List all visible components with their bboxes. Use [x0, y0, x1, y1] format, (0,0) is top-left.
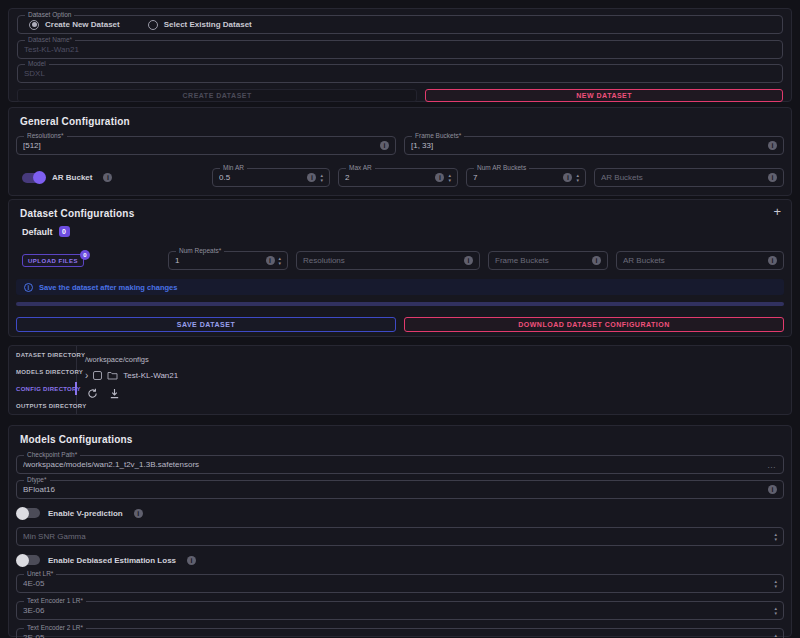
- dataset-name-value: Test-KL-Wan21: [24, 45, 776, 54]
- tab-outputs-directory[interactable]: OUTPUTS DIRECTORY: [9, 397, 76, 414]
- number-stepper[interactable]: ▴▾: [774, 532, 777, 541]
- info-icon[interactable]: i: [768, 256, 777, 265]
- v-prediction-toggle-label: Enable V-prediction: [48, 509, 123, 518]
- toggle-knob: [16, 554, 29, 567]
- info-icon[interactable]: i: [307, 173, 316, 182]
- number-stepper[interactable]: ▴▾: [576, 173, 579, 182]
- ar-buckets-field[interactable]: AR Buckets i: [594, 168, 784, 187]
- frame-buckets-value: [1, 33]: [411, 141, 763, 150]
- checkpoint-path-value: /workspace/models/wan2.1_t2v_1.3B.safete…: [23, 460, 762, 469]
- dataset-option-panel: Dataset Option Create New Dataset Select…: [8, 8, 792, 102]
- dataset-option-fieldset: Dataset Option Create New Dataset Select…: [17, 15, 783, 34]
- info-icon[interactable]: i: [592, 256, 601, 265]
- number-stepper[interactable]: ▴▾: [279, 256, 282, 265]
- info-icon[interactable]: i: [380, 141, 389, 150]
- num-ar-buckets-field[interactable]: Num AR Buckets 7 i ▴▾: [466, 168, 586, 187]
- download-dataset-configuration-button[interactable]: DOWNLOAD DATASET CONFIGURATION: [404, 317, 784, 332]
- upload-files-button[interactable]: UPLOAD FILES: [22, 254, 84, 267]
- number-stepper[interactable]: ▴▾: [448, 173, 451, 182]
- info-icon[interactable]: i: [187, 556, 196, 565]
- unet-lr-field[interactable]: Unet LR* 4E-05 ▴▾: [16, 574, 784, 593]
- info-icon[interactable]: i: [266, 256, 275, 265]
- frame-buckets-label: Frame Buckets*: [412, 132, 464, 140]
- radio-selected-icon[interactable]: [29, 20, 39, 30]
- number-stepper[interactable]: ▴▾: [774, 579, 777, 588]
- toggle-knob: [33, 171, 46, 184]
- tab-dataset-directory[interactable]: DATASET DIRECTORY: [9, 346, 76, 363]
- models-configurations-title: Models Configurations: [20, 434, 786, 445]
- dtype-value: BFloat16: [23, 485, 763, 494]
- num-ar-buckets-label: Num AR Buckets: [474, 164, 529, 172]
- tree-item[interactable]: › Test-KL-Wan21: [85, 371, 791, 380]
- save-dataset-button[interactable]: SAVE DATASET: [16, 317, 396, 332]
- number-stepper[interactable]: ▴▾: [774, 633, 777, 638]
- info-icon[interactable]: i: [134, 509, 143, 518]
- unet-lr-value: 4E-05: [23, 579, 770, 588]
- dtype-label: Dtype*: [24, 476, 50, 484]
- info-icon[interactable]: i: [563, 173, 572, 182]
- debiased-estimation-toggle[interactable]: [18, 555, 40, 565]
- refresh-icon[interactable]: [87, 388, 98, 399]
- browse-icon[interactable]: …: [767, 462, 777, 468]
- config-ar-buckets-field[interactable]: AR Buckets i: [616, 251, 784, 270]
- min-ar-field[interactable]: Min AR 0.5 i ▴▾: [212, 168, 330, 187]
- new-dataset-button[interactable]: NEW DATASET: [425, 89, 783, 102]
- tab-models-directory[interactable]: MODELS DIRECTORY: [9, 363, 76, 380]
- frame-buckets-field[interactable]: Frame Buckets* [1, 33] i: [404, 136, 784, 155]
- download-icon[interactable]: [109, 388, 120, 399]
- info-icon[interactable]: i: [103, 173, 112, 182]
- num-repeats-value: 1: [175, 256, 260, 265]
- dtype-field[interactable]: Dtype* BFloat16 i: [16, 480, 784, 499]
- info-icon[interactable]: i: [768, 141, 777, 150]
- ar-bucket-toggle[interactable]: [22, 173, 44, 183]
- text-encoder-2-lr-value: 2E-05: [23, 633, 770, 638]
- upload-files-badge: 0: [80, 250, 90, 260]
- model-select-field[interactable]: Model SDXL: [17, 64, 783, 83]
- unet-lr-label: Unet LR*: [24, 570, 56, 578]
- text-encoder-1-lr-field[interactable]: Text Encoder 1 LR* 3E-06 ▴▾: [16, 601, 784, 620]
- add-dataset-config-icon[interactable]: +: [773, 206, 781, 218]
- max-ar-label: Max AR: [346, 164, 375, 172]
- models-configurations-panel: Models Configurations Checkpoint Path* /…: [8, 425, 792, 637]
- radio-select-existing-dataset[interactable]: Select Existing Dataset: [148, 16, 252, 33]
- chevron-right-icon[interactable]: ›: [85, 372, 88, 380]
- tab-default[interactable]: Default: [22, 227, 53, 237]
- create-dataset-button[interactable]: CREATE DATASET: [17, 89, 417, 102]
- resolutions-value: [512]: [23, 141, 375, 150]
- general-configuration-title: General Configuration: [20, 116, 786, 127]
- dataset-configurations-title: Dataset Configurations: [20, 208, 786, 219]
- directory-content: /workspace/configs › Test-KL-Wan21: [77, 346, 791, 414]
- radio-unselected-icon[interactable]: [148, 20, 158, 30]
- progress-bar: [16, 302, 784, 306]
- tree-item-checkbox[interactable]: [93, 371, 102, 380]
- info-icon[interactable]: i: [435, 173, 444, 182]
- number-stepper[interactable]: ▴▾: [774, 606, 777, 615]
- min-snr-gamma-placeholder: Min SNR Gamma: [23, 532, 770, 541]
- debiased-estimation-toggle-label: Enable Debiased Estimation Loss: [48, 556, 176, 565]
- num-repeats-label: Num Repeats*: [176, 247, 224, 255]
- max-ar-field[interactable]: Max AR 2 i ▴▾: [338, 168, 458, 187]
- info-icon: i: [24, 283, 33, 292]
- dataset-name-label: Dataset Name*: [25, 36, 75, 44]
- num-repeats-field[interactable]: Num Repeats* 1 i ▴▾: [168, 251, 288, 270]
- tab-default-badge: 0: [59, 226, 70, 237]
- model-label: Model: [25, 60, 49, 68]
- config-frame-buckets-field[interactable]: Frame Buckets i: [488, 251, 608, 270]
- checkpoint-path-field[interactable]: Checkpoint Path* /workspace/models/wan2.…: [16, 455, 784, 474]
- min-ar-label: Min AR: [220, 164, 247, 172]
- text-encoder-1-lr-label: Text Encoder 1 LR*: [24, 597, 86, 605]
- dataset-name-field[interactable]: Dataset Name* Test-KL-Wan21: [17, 40, 783, 59]
- text-encoder-2-lr-field[interactable]: Text Encoder 2 LR* 2E-05 ▴▾: [16, 628, 784, 638]
- info-icon[interactable]: i: [768, 173, 777, 182]
- text-encoder-2-lr-label: Text Encoder 2 LR*: [24, 624, 86, 632]
- resolutions-field[interactable]: Resolutions* [512] i: [16, 136, 396, 155]
- toggle-knob: [16, 507, 29, 520]
- config-resolutions-field[interactable]: Resolutions i: [296, 251, 480, 270]
- number-stepper[interactable]: ▴▾: [320, 173, 323, 182]
- tab-config-directory[interactable]: CONFIG DIRECTORY: [9, 380, 76, 397]
- info-icon[interactable]: i: [768, 485, 777, 494]
- text-encoder-1-lr-value: 3E-06: [23, 606, 770, 615]
- min-snr-gamma-field[interactable]: Min SNR Gamma ▴▾: [16, 527, 784, 546]
- v-prediction-toggle[interactable]: [18, 508, 40, 518]
- info-icon[interactable]: i: [464, 256, 473, 265]
